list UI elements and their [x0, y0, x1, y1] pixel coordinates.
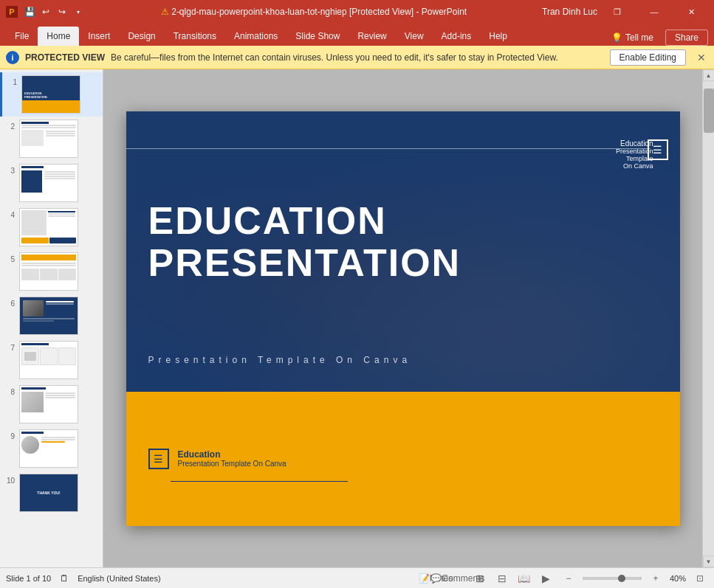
- slide-number-5: 5: [4, 252, 15, 263]
- lightbulb-icon: 💡: [611, 32, 622, 43]
- slide-thumb-9[interactable]: 9: [0, 426, 103, 471]
- slide-info: Slide 1 of 10: [6, 574, 51, 583]
- slide-divider-line: [126, 148, 651, 149]
- slide-thumb-1[interactable]: 1 EDUCATIONPRESENTATION: [0, 72, 103, 117]
- status-bar-right: 📝 Notes 💬 Comments ⊞ ⊟ 📖 ▶ − + 40% ⊡: [428, 570, 708, 587]
- slide-preview-5: [19, 252, 78, 291]
- slide-preview-2: [19, 120, 78, 158]
- slide-thumb-10[interactable]: 10 THANK YOU!: [0, 471, 103, 515]
- right-scrollbar[interactable]: ▲ ▼: [702, 69, 714, 567]
- save-button[interactable]: 💾: [22, 4, 37, 19]
- slide-thumb-5[interactable]: 5: [0, 249, 103, 294]
- protected-view-message: Be careful—files from the Internet can c…: [111, 52, 558, 63]
- zoom-in-button[interactable]: +: [648, 570, 664, 587]
- status-bar: Slide 1 of 10 🗒 English (United States) …: [0, 567, 714, 588]
- slide-subtitle: Presentation Template On Canva: [148, 355, 412, 365]
- slide-preview-4: [19, 208, 78, 246]
- undo-button[interactable]: ↩: [38, 4, 53, 19]
- scroll-thumb[interactable]: [704, 89, 714, 133]
- comments-icon: 💬: [430, 573, 442, 584]
- language: English (United States): [78, 574, 161, 583]
- slide-preview-10: THANK YOU!: [19, 474, 78, 512]
- reading-view-button[interactable]: 📖: [516, 570, 532, 587]
- slide-thumb-8[interactable]: 8: [0, 382, 103, 426]
- tab-review[interactable]: Review: [349, 27, 395, 46]
- slide-thumb-6[interactable]: 6: [0, 294, 103, 338]
- user-name: Tran Dinh Luc: [542, 7, 597, 17]
- filename: 2-qlgd-mau-powerpoint-khoa-luan-tot-nghi…: [171, 7, 467, 17]
- slide-top-icon: ☰: [648, 139, 668, 160]
- slide-bottom-pres-label: Presentation Template On Canva: [178, 460, 286, 468]
- ribbon-tabs: File Home Insert Design Transitions Anim…: [0, 24, 714, 46]
- slide-bottom-section: ☰ Education Presentation Template On Can…: [126, 392, 680, 526]
- scroll-down-button[interactable]: ▼: [703, 556, 715, 567]
- tab-view[interactable]: View: [396, 27, 433, 46]
- tab-addins[interactable]: Add-ins: [433, 27, 481, 46]
- share-button[interactable]: Share: [665, 30, 708, 46]
- slide-sorter-button[interactable]: ⊟: [494, 570, 510, 587]
- enable-editing-button[interactable]: Enable Editing: [610, 49, 686, 66]
- zoom-percent: 40%: [670, 574, 686, 583]
- slide-preview-6: [19, 297, 78, 335]
- notes-icon: 📝: [419, 573, 430, 584]
- slide-panel[interactable]: 1 EDUCATIONPRESENTATION 2: [0, 69, 103, 567]
- slide-preview-3: [19, 164, 78, 202]
- close-protected-bar-button[interactable]: ✕: [695, 51, 708, 64]
- slide-thumb-3[interactable]: 3: [0, 161, 103, 205]
- slide-preview-9: [19, 429, 78, 468]
- comments-button[interactable]: 💬 Comments: [450, 570, 466, 587]
- slide-preview-7: [19, 341, 78, 379]
- slide-bottom-text: Education Presentation Template On Canva: [178, 449, 286, 468]
- tab-animations[interactable]: Animations: [225, 27, 286, 46]
- restore-button[interactable]: ❐: [600, 0, 634, 24]
- minimize-button[interactable]: —: [637, 0, 671, 24]
- scroll-track[interactable]: [703, 81, 715, 556]
- zoom-slider[interactable]: [583, 577, 642, 580]
- slide-bottom-edu-label: Education: [178, 449, 286, 460]
- slideshow-button[interactable]: ▶: [538, 570, 555, 587]
- fit-slide-button[interactable]: ⊡: [692, 570, 708, 587]
- proofing-icon: 🗒: [60, 573, 69, 584]
- slide-bottom-line: [171, 481, 348, 482]
- zoom-thumb[interactable]: [618, 575, 625, 582]
- scroll-up-button[interactable]: ▲: [703, 69, 715, 81]
- tab-file[interactable]: File: [6, 27, 38, 46]
- slide-number-3: 3: [4, 164, 15, 175]
- slide-number-10: 10: [4, 474, 15, 485]
- book-icon: ☰: [653, 144, 662, 156]
- slide-number-1: 1: [7, 75, 17, 86]
- slide-number-7: 7: [4, 341, 15, 352]
- protected-view-label: PROTECTED VIEW: [25, 52, 105, 63]
- tab-home[interactable]: Home: [38, 27, 79, 46]
- slide-number-8: 8: [4, 385, 15, 396]
- redo-button[interactable]: ↪: [55, 4, 69, 19]
- slide-number-4: 4: [4, 208, 15, 219]
- tab-design[interactable]: Design: [119, 27, 164, 46]
- tab-insert[interactable]: Insert: [79, 27, 119, 46]
- quick-access-toolbar: 💾 ↩ ↪ ▾: [22, 4, 86, 19]
- slide-thumb-2[interactable]: 2: [0, 117, 103, 161]
- slide-number-9: 9: [4, 429, 15, 440]
- main-slide: Education Presentation Template On Canva…: [126, 111, 680, 526]
- tab-help[interactable]: Help: [480, 27, 516, 46]
- tab-transitions[interactable]: Transitions: [165, 27, 225, 46]
- slide-thumb-4[interactable]: 4: [0, 205, 103, 249]
- protected-view-bar: i PROTECTED VIEW Be careful—files from t…: [0, 46, 714, 69]
- slide-bottom-icon: ☰: [148, 449, 169, 469]
- title-bar-left: P 💾 ↩ ↪ ▾: [6, 4, 86, 19]
- zoom-out-button[interactable]: −: [560, 570, 577, 587]
- tab-slideshow[interactable]: Slide Show: [286, 27, 349, 46]
- slide-number-2: 2: [4, 120, 15, 131]
- normal-view-button[interactable]: ⊞: [472, 570, 488, 587]
- slide-main-heading: EDUCATION PRESENTATION: [148, 200, 461, 284]
- canvas-area[interactable]: Education Presentation Template On Canva…: [103, 69, 702, 567]
- customize-quick-access[interactable]: ▾: [71, 4, 86, 19]
- app-icon: P: [6, 6, 18, 18]
- slide-top-section: Education Presentation Template On Canva…: [126, 111, 680, 392]
- tell-me-input[interactable]: 💡 Tell me: [605, 30, 659, 46]
- slide-preview-1: EDUCATIONPRESENTATION: [21, 75, 80, 114]
- slide-thumb-7[interactable]: 7: [0, 338, 103, 382]
- close-button[interactable]: ✕: [674, 0, 708, 24]
- slide-number-6: 6: [4, 297, 15, 308]
- main-area: 1 EDUCATIONPRESENTATION 2: [0, 69, 714, 567]
